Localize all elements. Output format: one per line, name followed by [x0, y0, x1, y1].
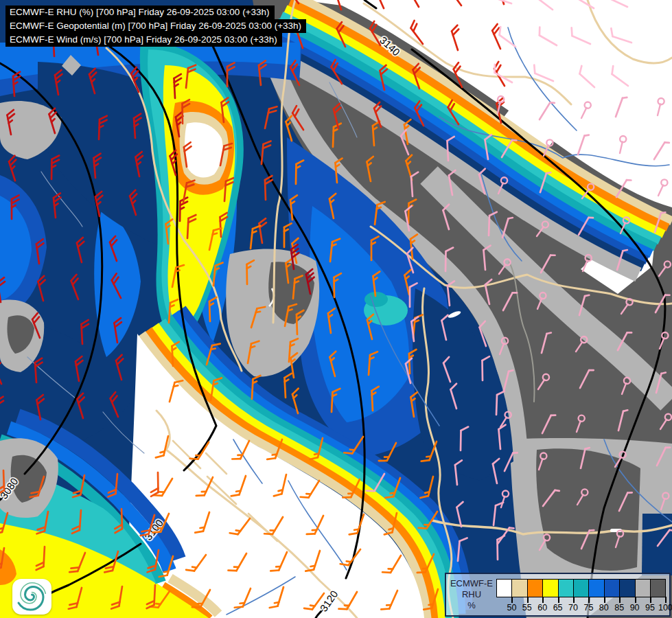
weather-map: 3140 3120 3100 3080	[0, 0, 672, 618]
legend-tick-label: 95	[642, 603, 658, 613]
legend-tick-label: 85	[611, 603, 627, 613]
legend-tick-label: 100	[657, 603, 672, 613]
legend-title-unit: %	[449, 600, 494, 611]
legend-tick	[542, 597, 544, 603]
header-line-rhu: ECMWF-E RHU (%) [700 hPa] Friday 26-09-2…	[5, 5, 275, 19]
legend-title: ECMWF-E RHU %	[449, 578, 494, 611]
legend-tick-label: 75	[580, 603, 596, 613]
legend-swatch	[604, 579, 620, 597]
legend-tick	[665, 597, 667, 603]
legend-tick	[558, 597, 559, 603]
legend-tick	[635, 597, 636, 603]
legend-title-model: ECMWF-E	[449, 578, 494, 589]
legend-tick	[604, 597, 605, 603]
legend-tick	[573, 597, 575, 603]
legend-swatch	[588, 579, 604, 597]
legend-swatch	[635, 579, 651, 597]
legend-tick-label: 80	[596, 603, 612, 613]
legend-tick-label: 65	[550, 603, 566, 613]
legend-tick-label: 60	[534, 603, 551, 613]
header-line-wind: ECMWF-E Wind (m/s) [700 hPa] Friday 26-0…	[5, 33, 282, 47]
header-line-geopotential: ECMWF-E Geopotential (m) [700 hPa] Frida…	[5, 19, 306, 33]
map-canvas: 3140 3120 3100 3080	[0, 0, 672, 618]
legend-swatch	[496, 579, 512, 597]
legend-tick	[511, 597, 513, 603]
legend-tick-label: 70	[565, 603, 581, 613]
legend-swatch	[558, 579, 574, 597]
legend-swatch	[650, 579, 666, 597]
legend-tick-label: 55	[519, 603, 535, 613]
legend-swatch	[511, 579, 527, 597]
spiral-swirl-icon	[12, 579, 51, 615]
legend-swatch	[573, 579, 589, 597]
legend-tick-label: 90	[627, 603, 643, 613]
legend-tick	[527, 597, 529, 603]
legend-tick	[619, 597, 621, 603]
provider-logo	[12, 579, 51, 615]
legend-swatch	[542, 579, 558, 597]
legend-tick	[588, 597, 590, 603]
legend-swatch	[527, 579, 543, 597]
rhu-legend: ECMWF-E RHU % 50556065707580859095100	[445, 573, 671, 617]
legend-tick-label: 50	[503, 603, 520, 613]
header-block: ECMWF-E RHU (%) [700 hPa] Friday 26-09-2…	[5, 5, 306, 47]
legend-swatch	[619, 579, 635, 597]
legend-title-param: RHU	[449, 589, 494, 600]
legend-tick	[650, 597, 651, 603]
